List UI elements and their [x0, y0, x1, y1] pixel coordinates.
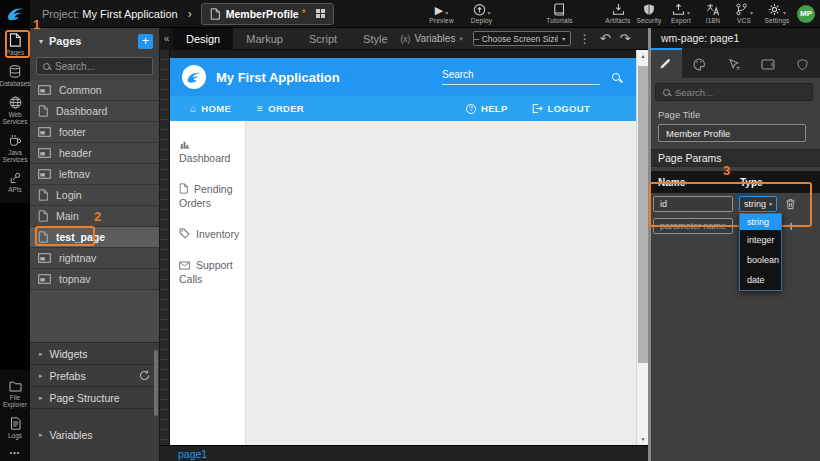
- page-breadcrumb-tab[interactable]: page1: [178, 448, 207, 460]
- sidebar-item-pages[interactable]: Pages: [0, 28, 30, 60]
- kebab-menu-button[interactable]: ⋮: [579, 33, 591, 45]
- option-boolean[interactable]: boolean: [740, 250, 781, 270]
- scroll-up-icon[interactable]: ▲: [637, 53, 648, 59]
- canvas-scrollbar[interactable]: ▲ ▼: [636, 50, 648, 445]
- page-item-test-page[interactable]: test_page: [30, 227, 159, 248]
- tab-device[interactable]: [751, 48, 785, 78]
- export-button[interactable]: ▾ I18N Export: [664, 0, 698, 28]
- variables-button[interactable]: (x) Variables ▾: [401, 33, 463, 44]
- sidenav-support-calls[interactable]: Support Calls: [170, 258, 245, 286]
- sidebar-item-file-explorer[interactable]: File Explorer: [0, 376, 30, 412]
- tab-styles[interactable]: [682, 48, 716, 78]
- book-icon: [554, 3, 565, 16]
- section-widgets[interactable]: ▸ Widgets: [30, 342, 159, 364]
- new-param-name-input[interactable]: [653, 218, 733, 234]
- app-search-input[interactable]: Search: [442, 69, 600, 85]
- preview-button[interactable]: ▶▾ Preview: [422, 0, 462, 28]
- open-page-tab-label: MemberProfile: [226, 8, 299, 20]
- properties-panel: wm-page: page1 Page Title Page Params Na…: [648, 28, 820, 461]
- coffee-icon: [9, 134, 22, 147]
- home-icon: ⌂: [190, 103, 196, 114]
- collapse-left-panel-button[interactable]: «: [160, 28, 173, 50]
- sidenav-dashboard[interactable]: Dashboard: [170, 137, 245, 165]
- page-item-rightnav[interactable]: rightnav: [30, 248, 159, 269]
- undo-button[interactable]: ↶: [600, 32, 611, 45]
- page-item-header[interactable]: header: [30, 143, 159, 164]
- sidebar-item-web-services[interactable]: Web Services: [0, 91, 30, 129]
- app-content-area[interactable]: [246, 121, 636, 445]
- app-title[interactable]: My First Application: [216, 70, 442, 85]
- redo-button[interactable]: ↷: [620, 32, 631, 45]
- add-page-button[interactable]: +: [138, 34, 153, 49]
- scrollbar-thumb[interactable]: [638, 66, 648, 363]
- translate-icon: [706, 3, 720, 16]
- scroll-down-icon[interactable]: ▼: [637, 436, 648, 442]
- deploy-button[interactable]: ▾ Deploy: [462, 0, 502, 28]
- page-item-leftnav[interactable]: leftnav: [30, 164, 159, 185]
- more-options-button[interactable]: •••: [10, 443, 20, 461]
- sidenav-inventory[interactable]: Inventory: [170, 227, 245, 241]
- pages-search-input[interactable]: [55, 61, 145, 72]
- grid-icon[interactable]: [316, 9, 325, 18]
- section-variables[interactable]: ▸ Variables: [30, 408, 159, 461]
- api-icon: [9, 172, 21, 184]
- tab-style[interactable]: Style: [350, 28, 400, 50]
- refresh-icon[interactable]: [139, 370, 150, 381]
- search-icon[interactable]: [612, 73, 620, 81]
- chevron-down-icon[interactable]: ▾: [39, 37, 43, 46]
- security-button[interactable]: Security: [634, 0, 664, 28]
- nav-help[interactable]: ? HELP: [466, 103, 508, 114]
- tutorials-button[interactable]: Tutorials: [538, 0, 582, 28]
- section-page-structure[interactable]: ▸ Page Structure: [30, 386, 159, 408]
- tab-script[interactable]: Script: [296, 28, 350, 50]
- page-item-common[interactable]: Common: [30, 80, 159, 101]
- database-icon: [9, 65, 21, 78]
- sidebar-item-databases[interactable]: Databases: [0, 60, 30, 91]
- unsaved-marker: *: [302, 8, 306, 19]
- option-string[interactable]: string: [740, 214, 781, 230]
- page-item-login[interactable]: Login: [30, 185, 159, 206]
- settings-button[interactable]: ▾ Settings: [760, 0, 794, 28]
- section-prefabs[interactable]: ▸ Prefabs: [30, 364, 159, 386]
- nav-home[interactable]: ⌂ HOME: [190, 103, 231, 114]
- sidebar-item-logs[interactable]: Logs: [0, 412, 30, 443]
- partial-icon: [38, 253, 51, 263]
- sidebar-item-java-services[interactable]: Java Services: [0, 129, 30, 167]
- tab-markup[interactable]: Markup: [233, 28, 296, 50]
- page-title-input[interactable]: [658, 124, 806, 142]
- param-type-select[interactable]: string ▾: [739, 196, 777, 212]
- tab-design[interactable]: Design: [173, 28, 233, 50]
- nav-logout[interactable]: LOGOUT: [532, 103, 590, 114]
- option-integer[interactable]: integer: [740, 230, 781, 250]
- wavemaker-logo-icon[interactable]: [0, 0, 30, 28]
- trash-icon[interactable]: [785, 198, 796, 210]
- param-row: string ▾: [648, 193, 820, 215]
- nav-order[interactable]: ≡ ORDER: [257, 103, 304, 114]
- sidenav-pending-orders[interactable]: Pending Orders: [170, 182, 245, 210]
- tab-security[interactable]: [786, 48, 820, 78]
- app-preview-header[interactable]: My First Application Search: [170, 58, 636, 96]
- open-page-tab[interactable]: MemberProfile *: [201, 3, 334, 25]
- option-date[interactable]: date: [740, 270, 781, 290]
- type-options-dropdown: string integer boolean date: [739, 213, 782, 291]
- add-param-button[interactable]: +: [787, 220, 795, 232]
- palette-icon: [693, 58, 706, 71]
- tab-events[interactable]: [717, 48, 751, 78]
- page-item-dashboard[interactable]: Dashboard: [30, 101, 159, 122]
- param-name-input[interactable]: [653, 196, 733, 212]
- tab-properties[interactable]: [648, 48, 682, 78]
- screen-size-select[interactable]: -- Choose Screen Size -- ▾: [473, 31, 571, 46]
- i18n-button[interactable]: I18N: [698, 0, 728, 28]
- pages-icon: [9, 33, 21, 47]
- properties-search-input[interactable]: [675, 87, 795, 98]
- pages-panel-scrollbar[interactable]: [154, 350, 158, 416]
- artifacts-button[interactable]: Artifacts: [602, 0, 634, 28]
- page-item-main[interactable]: Main: [30, 206, 159, 227]
- sidebar-item-apis[interactable]: APIs: [0, 167, 30, 197]
- page-item-footer[interactable]: footer: [30, 122, 159, 143]
- chevron-down-icon: ▾: [783, 9, 786, 16]
- user-avatar[interactable]: MP: [797, 5, 815, 23]
- vcs-button[interactable]: ▾ VCS: [728, 0, 760, 28]
- properties-panel-scrollbar[interactable]: [648, 28, 651, 461]
- page-item-topnav[interactable]: topnav: [30, 269, 159, 290]
